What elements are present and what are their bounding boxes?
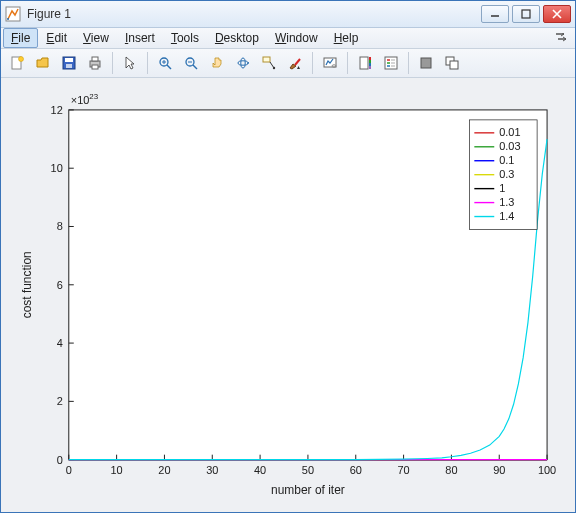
- y-tick-label: 4: [57, 337, 63, 349]
- y-tick-label: 2: [57, 395, 63, 407]
- pointer-icon[interactable]: [118, 51, 142, 75]
- svg-rect-41: [450, 61, 458, 69]
- svg-rect-3: [522, 10, 530, 18]
- svg-point-20: [241, 58, 245, 68]
- svg-rect-31: [369, 66, 371, 69]
- svg-line-17: [193, 65, 197, 69]
- x-tick-label: 50: [302, 463, 314, 475]
- link-plot-icon[interactable]: [318, 51, 342, 75]
- menu-view[interactable]: View: [75, 28, 117, 48]
- menu-edit[interactable]: Edit: [38, 28, 75, 48]
- zoom-in-icon[interactable]: [153, 51, 177, 75]
- plot-area: 0102030405060708090100 024681012 ×1023 n…: [1, 78, 575, 513]
- show-plot-tools-icon[interactable]: [440, 51, 464, 75]
- legend-entry[interactable]: 1.4: [499, 209, 514, 221]
- hide-plot-tools-icon[interactable]: [414, 51, 438, 75]
- svg-line-13: [167, 65, 171, 69]
- svg-line-24: [295, 59, 300, 65]
- save-icon[interactable]: [57, 51, 81, 75]
- svg-point-19: [238, 60, 248, 64]
- menu-help[interactable]: Help: [326, 28, 367, 48]
- y-tick-label: 6: [57, 278, 63, 290]
- figure-window: Figure 1 File Edit View Insert Tools Des…: [0, 0, 576, 513]
- svg-point-1: [7, 18, 9, 20]
- y-tick-label: 12: [51, 103, 63, 115]
- titlebar[interactable]: Figure 1: [1, 1, 575, 28]
- x-tick-label: 0: [66, 463, 72, 475]
- window-title: Figure 1: [27, 7, 481, 21]
- y-tick-label: 10: [51, 162, 63, 174]
- svg-point-23: [273, 66, 275, 68]
- svg-rect-7: [65, 58, 73, 62]
- x-tick-label: 60: [350, 463, 362, 475]
- legend-entry[interactable]: 0.01: [499, 125, 520, 137]
- svg-rect-28: [369, 57, 371, 60]
- svg-rect-10: [92, 57, 98, 61]
- svg-rect-11: [92, 65, 98, 69]
- maximize-button[interactable]: [512, 5, 540, 23]
- svg-rect-39: [421, 58, 431, 68]
- x-tick-label: 80: [445, 463, 457, 475]
- minimize-button[interactable]: [481, 5, 509, 23]
- legend[interactable]: 0.010.030.10.311.31.4: [469, 119, 537, 229]
- menu-tools[interactable]: Tools: [163, 28, 207, 48]
- y-axis-label: cost function: [20, 251, 34, 318]
- y-tick-label: 8: [57, 220, 63, 232]
- legend-entry[interactable]: 1.3: [499, 195, 514, 207]
- data-cursor-icon[interactable]: [257, 51, 281, 75]
- insert-colorbar-icon[interactable]: [353, 51, 377, 75]
- x-tick-label: 40: [254, 463, 266, 475]
- menu-window[interactable]: Window: [267, 28, 326, 48]
- app-icon: [5, 6, 21, 22]
- toolbar-separator: [312, 52, 313, 74]
- close-button[interactable]: [543, 5, 571, 23]
- svg-rect-21: [263, 57, 270, 62]
- print-icon[interactable]: [83, 51, 107, 75]
- svg-point-5: [19, 56, 24, 61]
- x-axis-label: number of iter: [271, 482, 345, 496]
- menu-insert[interactable]: Insert: [117, 28, 163, 48]
- toolbar: [1, 49, 575, 78]
- y-tick-label: 0: [57, 453, 63, 465]
- open-icon[interactable]: [31, 51, 55, 75]
- toolbar-separator: [147, 52, 148, 74]
- legend-entry[interactable]: 0.1: [499, 153, 514, 165]
- brush-icon[interactable]: [283, 51, 307, 75]
- insert-legend-icon[interactable]: [379, 51, 403, 75]
- menubar: File Edit View Insert Tools Desktop Wind…: [1, 28, 575, 49]
- rotate3d-icon[interactable]: [231, 51, 255, 75]
- legend-entry[interactable]: 0.3: [499, 167, 514, 179]
- menu-desktop[interactable]: Desktop: [207, 28, 267, 48]
- new-figure-icon[interactable]: [5, 51, 29, 75]
- svg-rect-29: [369, 60, 371, 63]
- y-exponent-label: ×1023: [71, 91, 99, 105]
- x-tick-label: 30: [206, 463, 218, 475]
- x-tick-label: 90: [493, 463, 505, 475]
- x-tick-label: 100: [538, 463, 556, 475]
- svg-rect-8: [66, 64, 72, 68]
- toolbar-separator: [408, 52, 409, 74]
- zoom-out-icon[interactable]: [179, 51, 203, 75]
- dock-menu-icon[interactable]: [553, 31, 569, 47]
- pan-icon[interactable]: [205, 51, 229, 75]
- chart[interactable]: 0102030405060708090100 024681012 ×1023 n…: [9, 86, 567, 505]
- legend-entry[interactable]: 1: [499, 181, 505, 193]
- toolbar-separator: [112, 52, 113, 74]
- svg-rect-27: [360, 57, 368, 69]
- legend-entry[interactable]: 0.03: [499, 139, 520, 151]
- x-tick-label: 10: [111, 463, 123, 475]
- toolbar-separator: [347, 52, 348, 74]
- x-tick-label: 20: [158, 463, 170, 475]
- svg-rect-30: [369, 63, 371, 66]
- menu-file[interactable]: File: [3, 28, 38, 48]
- x-tick-label: 70: [397, 463, 409, 475]
- window-buttons: [481, 5, 571, 23]
